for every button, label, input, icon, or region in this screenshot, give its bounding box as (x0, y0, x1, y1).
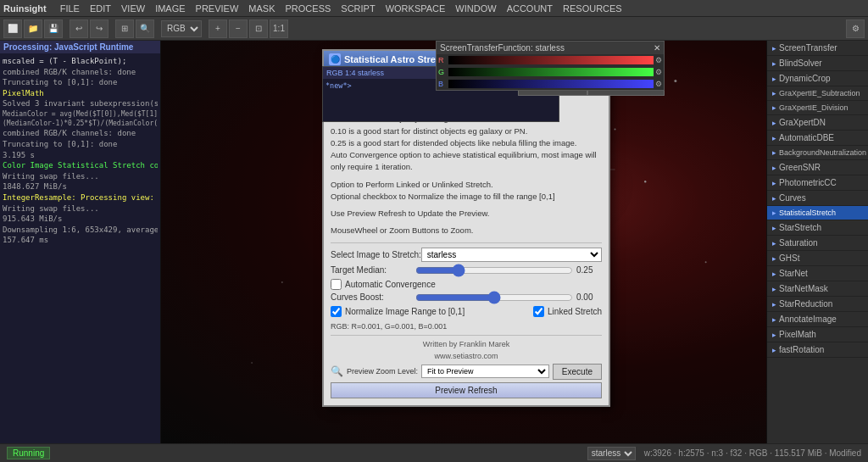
script-label: Curves (779, 193, 806, 203)
console-line: PixelMath (3, 88, 158, 99)
menu-image[interactable]: IMAGE (150, 2, 190, 15)
normalize-checkbox[interactable] (331, 306, 342, 317)
arrow-icon: ▸ (772, 148, 776, 157)
toolbar-btn-redo[interactable]: ↪ (90, 19, 108, 38)
menu-account[interactable]: ACCOUNT (502, 2, 558, 15)
script-item-greensnr[interactable]: ▸ GreenSNR (767, 160, 868, 175)
arrow-icon: ▸ (772, 75, 776, 83)
modal-footer: 🔍 Preview Zoom Level: Fit to Preview Exe… (331, 364, 602, 380)
curves-boost-slider[interactable] (415, 292, 573, 303)
console-line: mscaled = (T - BlackPoint); (3, 56, 158, 67)
script-item-ghst[interactable]: ▸ GHSt (767, 251, 868, 266)
console-line: (MedianColor-1)*0.25*$T)/(MedianColor(… (3, 119, 158, 128)
linked-stretch-checkbox[interactable] (533, 306, 544, 317)
linked-stretch-label: Linked Stretch (548, 307, 602, 316)
arrow-icon: ▸ (772, 315, 776, 324)
script-item-blind-solver[interactable]: ▸ BlindSolver (767, 56, 868, 71)
script-label: StatisticalStretch (779, 209, 836, 217)
menu-view[interactable]: VIEW (116, 2, 150, 15)
menu-mask[interactable]: MASK (243, 2, 280, 15)
toolbar-btn-zoom[interactable]: 🔍 (136, 19, 154, 38)
author-line2: www.setiastro.com (331, 352, 602, 360)
normalize-row: Normalize Image Range to [0,1] (331, 306, 465, 317)
menu-preview[interactable]: PREVIEW (191, 2, 244, 15)
script-item-graxpertie-div[interactable]: ▸ GraXpertIE_Division (767, 101, 868, 115)
menubar: Ruinsight FILE EDIT VIEW IMAGE PREVIEW M… (0, 0, 868, 17)
console-line: Truncating to [0,1]: done (3, 139, 158, 150)
normalize-label: Normalize Image Range to [0,1] (345, 307, 465, 316)
script-item-background-neutralization[interactable]: ▸ BackgroundNeutralization (767, 146, 868, 160)
toolbar-btn-fit[interactable]: ⊡ (249, 19, 268, 38)
toolbar-btn-100[interactable]: 1:1 (270, 19, 288, 38)
script-item-graxpertie-sub[interactable]: ▸ GraXpertIE_Subtraction (767, 86, 868, 101)
menu-workspace[interactable]: WORKSPACE (381, 2, 451, 15)
toolbar-btn-plus[interactable]: + (209, 19, 227, 38)
target-median-value: 0.25 (576, 265, 602, 275)
script-item-graxpertdn[interactable]: ▸ GraXpertDN (767, 115, 868, 131)
script-item-automaticdbe[interactable]: ▸ AutomaticDBE (767, 131, 868, 146)
screen-transfer-title: ScreenTransferFunction: starless ✕ (437, 42, 664, 54)
image-select[interactable]: starless (421, 248, 602, 262)
menu-resources[interactable]: RESOURCES (558, 2, 627, 15)
script-item-star-stretch[interactable]: ▸ StarStretch (767, 220, 868, 236)
menu-process[interactable]: PROCESS (281, 2, 337, 15)
console-line: Downsampling 1:6, 653x429, average: done (3, 225, 158, 236)
script-label: GHSt (779, 253, 799, 263)
console-line: MedianColor = avg(Med($T[0]),Med($T[1]),… (3, 109, 158, 119)
toolbar-btn-new[interactable]: ⬜ (3, 19, 22, 38)
toolbar-btn-open[interactable]: 📁 (24, 19, 42, 38)
script-item-starreduction[interactable]: ▸ StarReduction (767, 297, 868, 312)
script-label: AnnotateImage (779, 314, 837, 324)
view-select[interactable]: starless (587, 447, 636, 460)
toolbar-btn-undo[interactable]: ↩ (70, 19, 88, 38)
center-area: ScreenTransferFunction: starless ✕ R ⚙ G… (161, 41, 766, 443)
zoom-level-select[interactable]: Fit to Preview (421, 365, 549, 378)
right-scripts-panel: ▸ ScreenTransfer ▸ BlindSolver ▸ Dynamic… (766, 41, 868, 443)
arrow-icon: ▸ (772, 209, 776, 217)
running-indicator: Running (7, 447, 50, 459)
auto-convergence-checkbox[interactable] (331, 279, 342, 290)
target-median-row: Target Median: 0.25 (331, 265, 602, 276)
console-line: 157.647 ms (3, 235, 158, 246)
st-bar-b (448, 80, 654, 88)
execute-button[interactable]: Execute (553, 364, 602, 380)
script-item-screen-transfer[interactable]: ▸ ScreenTransfer (767, 41, 868, 56)
st-bar-g (448, 68, 654, 76)
menu-file[interactable]: FILE (55, 2, 85, 15)
st-row-g: G ⚙ (437, 66, 664, 78)
script-label: fastRotation (779, 345, 824, 354)
script-item-starnetmask[interactable]: ▸ StarNetMask (767, 281, 868, 297)
zoom-label: Preview Zoom Level: (347, 367, 418, 376)
script-item-saturation[interactable]: ▸ Saturation (767, 236, 868, 251)
script-label: BackgroundNeutralization (779, 148, 866, 157)
script-item-pixelmath[interactable]: ▸ PixelMath (767, 327, 868, 342)
arrow-icon: ▸ (772, 239, 776, 248)
main-area: Processing: JavaScript Runtime mscaled =… (0, 41, 868, 443)
modal-desc-3: Option to Perform Linked or Unlinked Str… (331, 179, 602, 203)
script-item-dynamic-crop[interactable]: ▸ DynamicCrop (767, 71, 868, 86)
menu-edit[interactable]: EDIT (85, 2, 116, 15)
toolbar-btn-settings[interactable]: ⚙ (846, 19, 865, 38)
script-label: GraXpertDN (779, 118, 826, 127)
script-item-curves[interactable]: ▸ Curves (767, 191, 868, 206)
script-item-fastrotation[interactable]: ▸ fastRotation (767, 342, 868, 358)
st-row-r: R ⚙ (437, 54, 664, 66)
arrow-icon: ▸ (772, 270, 776, 278)
script-item-starnet[interactable]: ▸ StarNet (767, 266, 868, 281)
menu-window[interactable]: WINDOW (450, 2, 501, 15)
script-item-photometriccc[interactable]: ▸ PhotometricCC (767, 175, 868, 191)
st-row-b: B ⚙ (437, 78, 664, 90)
script-item-statistical-stretch[interactable]: ▸ StatisticalStretch (767, 206, 868, 220)
toolbar-btn-select[interactable]: ⊞ (115, 19, 134, 38)
script-item-annotateimage[interactable]: ▸ AnnotateImage (767, 312, 868, 327)
console-line: Color Image Statistical Stretch complete… (3, 160, 158, 171)
color-mode-select[interactable]: RGB (161, 20, 202, 37)
arrow-icon: ▸ (772, 134, 776, 142)
preview-refresh-button[interactable]: Preview Refresh (331, 382, 602, 398)
menu-script[interactable]: SCRIPT (336, 2, 380, 15)
arrow-icon: ▸ (772, 224, 776, 232)
script-label: AutomaticDBE (779, 133, 834, 142)
target-median-slider[interactable] (415, 265, 573, 276)
toolbar-btn-minus[interactable]: − (229, 19, 248, 38)
toolbar-btn-save[interactable]: 💾 (44, 19, 63, 38)
